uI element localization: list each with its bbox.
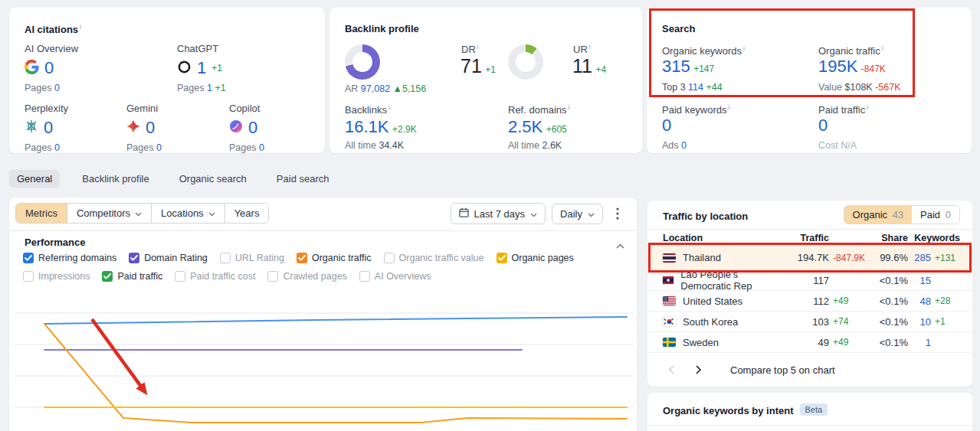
location-row-united-states[interactable]: United States112+49<0.1%48+28: [647, 291, 972, 312]
checkbox-checked-icon[interactable]: [497, 253, 507, 263]
ai-citation-count[interactable]: 0: [146, 118, 155, 138]
column-share[interactable]: Share: [873, 233, 908, 243]
info-icon[interactable]: i: [867, 103, 868, 111]
ai-citation-count[interactable]: 1: [197, 58, 206, 78]
checkbox-unchecked-icon[interactable]: [220, 253, 231, 263]
toggle-paid[interactable]: Paid0: [912, 206, 959, 224]
info-icon[interactable]: i: [569, 103, 570, 111]
location-row-sweden[interactable]: Sweden49+49<0.1%1: [647, 332, 972, 353]
chevron-left-icon[interactable]: [663, 361, 680, 378]
organic-traffic-value[interactable]: 195K: [818, 57, 857, 76]
metric-checkbox-ai-overviews[interactable]: AI Overviews: [359, 271, 431, 282]
ai-citation-count[interactable]: 0: [248, 118, 257, 138]
locations-button[interactable]: Locations: [151, 204, 225, 223]
keywords-cell[interactable]: 15: [908, 275, 931, 286]
checkbox-unchecked-icon[interactable]: [23, 271, 34, 282]
tab-organic-search[interactable]: Organic search: [172, 170, 254, 188]
checkbox-unchecked-icon[interactable]: [359, 271, 370, 282]
chevron-right-icon[interactable]: [690, 361, 707, 378]
backlinks-value[interactable]: 16.1K: [345, 117, 389, 136]
top3-value[interactable]: 114: [688, 82, 703, 93]
toggle-organic[interactable]: Organic43: [844, 206, 912, 224]
info-icon[interactable]: i: [477, 43, 479, 51]
ai-pages-row: Pages 0: [229, 142, 329, 153]
metric-checkbox-impressions[interactable]: Impressions: [23, 271, 90, 282]
ai-pages-row: Pages 0: [25, 83, 124, 93]
info-icon[interactable]: i: [882, 44, 883, 52]
info-icon[interactable]: i: [729, 103, 730, 111]
info-icon[interactable]: i: [388, 103, 390, 111]
location-row-south-korea[interactable]: South Korea103+74<0.1%10+1: [647, 312, 972, 332]
competitors-button[interactable]: Competitors: [67, 204, 151, 223]
ur-value[interactable]: 11: [572, 55, 592, 77]
tab-backlink-profile[interactable]: Backlink profile: [74, 170, 156, 188]
ref-domains-value-row: 2.5K +605: [508, 117, 567, 137]
checkbox-unchecked-icon[interactable]: [384, 253, 395, 263]
info-icon[interactable]: i: [80, 23, 81, 31]
column-traffic[interactable]: Traffic: [791, 233, 829, 243]
metric-checkbox-url-rating[interactable]: URL Rating: [220, 253, 284, 263]
ai-pages-count[interactable]: 0: [156, 142, 162, 153]
checkbox-checked-icon[interactable]: [297, 253, 307, 263]
metric-checkbox-organic-pages[interactable]: Organic pages: [497, 253, 574, 263]
info-icon[interactable]: i: [743, 44, 745, 52]
metric-checkbox-label: Organic traffic: [312, 253, 372, 263]
kebab-menu-icon[interactable]: [609, 205, 626, 222]
ai-pages-count[interactable]: 1: [207, 83, 212, 93]
ai-citation-count[interactable]: 0: [44, 58, 54, 78]
paid-traffic-value[interactable]: 0: [818, 116, 828, 136]
series-line-referring-domains[interactable]: [44, 317, 627, 324]
ref-domains-value[interactable]: 2.5K: [508, 117, 542, 136]
keywords-cell[interactable]: 1: [908, 337, 931, 348]
ai-citation-item: AI Overview0Pages 0: [25, 43, 124, 93]
date-range-button[interactable]: Last 7 days: [451, 203, 546, 224]
sweden-flag: [663, 338, 676, 347]
granularity-button[interactable]: Daily: [552, 204, 603, 224]
metric-checkbox-organic-traffic-value[interactable]: Organic traffic value: [384, 253, 484, 263]
tab-paid-search[interactable]: Paid search: [269, 170, 337, 188]
metric-checkbox-paid-traffic[interactable]: Paid traffic: [102, 271, 162, 282]
ai-pages-count[interactable]: 0: [259, 142, 264, 153]
checkbox-unchecked-icon[interactable]: [175, 271, 185, 282]
chevron-down-icon: [588, 208, 595, 220]
google-g-icon: [25, 60, 39, 77]
checkbox-checked-icon[interactable]: [23, 253, 34, 263]
keywords-cell[interactable]: 10: [908, 316, 931, 328]
keywords-cell[interactable]: 285: [908, 252, 931, 263]
metric-checkbox-domain-rating[interactable]: Domain Rating: [129, 253, 208, 263]
info-icon[interactable]: i: [589, 43, 591, 51]
column-location[interactable]: Location: [663, 233, 791, 243]
ur-label: URi: [573, 43, 591, 55]
location-name: South Korea: [683, 316, 738, 328]
metric-checkbox-paid-traffic-cost[interactable]: Paid traffic cost: [175, 271, 255, 282]
metric-checkbox-organic-traffic[interactable]: Organic traffic: [297, 253, 372, 263]
paid-keywords-value[interactable]: 0: [662, 116, 671, 136]
performance-line-chart[interactable]: [9, 295, 637, 431]
ai-pages-count[interactable]: 0: [54, 83, 60, 93]
chevron-up-icon[interactable]: [616, 238, 624, 252]
organic-keywords-value[interactable]: 315: [662, 57, 690, 76]
dr-value[interactable]: 71: [461, 55, 482, 77]
compare-top5-link[interactable]: Compare top 5 on chart: [730, 364, 835, 376]
column-keywords[interactable]: Keywords: [908, 233, 960, 243]
keywords-cell[interactable]: 48: [908, 295, 931, 307]
checkbox-checked-icon[interactable]: [129, 253, 139, 263]
site-explorer-dashboard: AI citationsi AI Overview0Pages 0ChatGPT…: [0, 0, 980, 431]
location-row-lao-people-s-democratic-rep[interactable]: Lao People's Democratic Rep117<0.1%15: [647, 270, 972, 291]
keywords-by-intent-panel: Organic keywords by intentBeta: [647, 393, 972, 431]
checkbox-checked-icon[interactable]: [102, 271, 113, 282]
search-card: Search Organic keywordsi 315 +147 Top 3 …: [647, 8, 972, 153]
ar-value[interactable]: 97,082: [361, 83, 390, 94]
location-row-thailand[interactable]: Thailand194.7K-847.9K99.6%285+131: [647, 245, 972, 270]
metric-checkbox-referring-domains[interactable]: Referring domains: [23, 253, 116, 263]
tab-general[interactable]: General: [9, 170, 60, 188]
ai-citation-count[interactable]: 0: [44, 118, 53, 138]
metrics-button[interactable]: Metrics: [16, 204, 67, 223]
ai-citation-delta: +1: [211, 63, 222, 73]
ai-pages-count[interactable]: 0: [54, 142, 60, 153]
ar-delta: ▲5,156: [393, 83, 427, 94]
metric-checkbox-label: Organic pages: [512, 253, 574, 263]
metric-checkbox-crawled-pages[interactable]: Crawled pages: [267, 271, 346, 282]
checkbox-unchecked-icon[interactable]: [267, 271, 278, 282]
years-button[interactable]: Years: [225, 204, 269, 223]
